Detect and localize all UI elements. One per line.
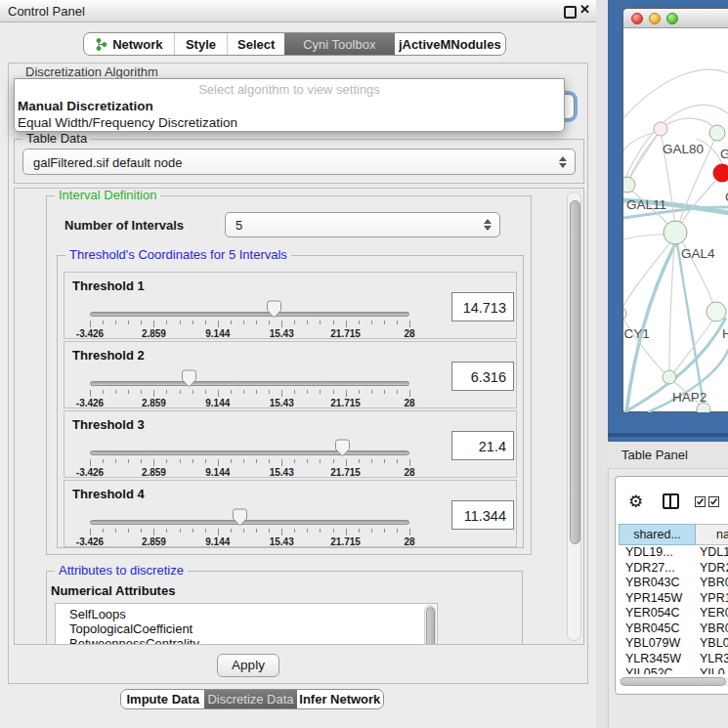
close-traffic-light-icon[interactable]: [631, 13, 643, 24]
table-row[interactable]: YER054CYER0: [619, 606, 728, 621]
slider-handle[interactable]: [335, 439, 350, 457]
slider-tick: [281, 529, 282, 535]
settings-scrollbar[interactable]: [567, 192, 581, 641]
horizontal-scrollbar[interactable]: [619, 677, 728, 686]
column-settings-icon[interactable]: [663, 493, 679, 509]
tab-infer-network[interactable]: Infer Network: [297, 690, 383, 708]
slider-tick-label: 15.43: [270, 467, 294, 478]
slider-tick: [359, 321, 360, 324]
close-icon[interactable]: ✕: [579, 2, 590, 17]
attribute-item[interactable]: SelfLoops: [56, 607, 437, 621]
slider-tick: [307, 390, 308, 394]
slider-handle[interactable]: [233, 508, 247, 527]
slider-track[interactable]: [90, 450, 409, 455]
slider-track[interactable]: [90, 381, 409, 386]
table-row[interactable]: YIL052CYIL0: [619, 666, 728, 674]
slider-tick: [294, 459, 295, 463]
slider-tick: [371, 529, 372, 533]
table-row[interactable]: YBR043CYBR0: [619, 576, 728, 591]
table-row[interactable]: YBL079WYBL0: [619, 636, 728, 652]
node-label: GAL4: [681, 246, 715, 261]
tab-style[interactable]: Style: [174, 33, 228, 55]
slider-tick: [90, 321, 91, 327]
tab-discretize-data[interactable]: Discretize Data: [204, 690, 296, 708]
slider-tick-label: 28: [404, 398, 414, 408]
threshold-value-field[interactable]: 14.713: [451, 292, 514, 321]
network-window-titlebar[interactable]: [623, 9, 728, 28]
table-panel-card: ⚙ shared... na YDL19...YDL1YDR27...YDR2Y…: [615, 476, 728, 695]
column-header-name[interactable]: na: [696, 524, 728, 545]
slider-tick: [333, 321, 334, 324]
table-row[interactable]: YDR27...YDR2: [619, 561, 728, 577]
slider-tick: [409, 529, 410, 535]
network-node[interactable]: [709, 125, 725, 141]
dropdown-option-manual[interactable]: Manual Discretization: [18, 99, 153, 113]
checkbox-icon[interactable]: [695, 496, 706, 507]
slider-tick: [307, 529, 308, 533]
column-header-shared[interactable]: shared...: [619, 524, 696, 545]
network-edge: [628, 134, 658, 181]
slider-tick: [384, 321, 385, 324]
scrollbar-thumb[interactable]: [621, 677, 726, 686]
network-node[interactable]: [623, 307, 626, 321]
float-window-icon[interactable]: [564, 6, 577, 19]
threshold-value-field[interactable]: 11.344: [451, 500, 514, 530]
slider-tick: [205, 529, 206, 533]
network-canvas[interactable]: GAL80GACGAL11GAL4GCY1HHAP2: [623, 28, 728, 412]
tab-network[interactable]: Network: [84, 33, 174, 55]
network-node[interactable]: [663, 370, 676, 384]
table-row[interactable]: YDL19...YDL1: [619, 545, 728, 561]
slider-handle[interactable]: [182, 369, 196, 388]
table-row[interactable]: YLR345WYLR3: [619, 652, 728, 667]
slider-tick: [103, 529, 104, 533]
tab-label: jActiveMNodules: [399, 37, 501, 52]
attributes-scrollbar[interactable]: [424, 605, 436, 645]
num-intervals-combobox[interactable]: 5: [225, 212, 500, 237]
network-node[interactable]: [623, 177, 635, 193]
network-node[interactable]: [713, 164, 728, 182]
network-node[interactable]: [654, 122, 667, 136]
checkbox-icon[interactable]: [708, 496, 719, 507]
node-label: GCY1: [623, 326, 650, 341]
thresholds-group: Threshold's Coordinates for 5 Intervals …: [57, 255, 524, 548]
threshold-label: Threshold 1: [72, 278, 145, 293]
attribute-item[interactable]: BetweennessCentrality: [56, 636, 437, 645]
slider-tick-label: 21.715: [330, 398, 361, 408]
tab-cyni-toolbox[interactable]: Cyni Toolbox: [284, 33, 394, 55]
table-row[interactable]: YPR145WYPR1: [619, 591, 728, 607]
tab-jactivemnodules[interactable]: jActiveMNodules: [395, 33, 505, 55]
gear-icon[interactable]: ⚙: [628, 492, 643, 511]
threshold-value-field[interactable]: 6.316: [451, 362, 514, 391]
table-row[interactable]: YBR045CYBR0: [619, 621, 728, 637]
zoom-traffic-light-icon[interactable]: [666, 13, 678, 24]
tab-select[interactable]: Select: [227, 33, 284, 55]
slider-tick-labels: -3.4262.8599.14415.4321.71528: [90, 536, 409, 547]
slider-tick: [307, 321, 308, 324]
slider-track[interactable]: [90, 520, 409, 525]
slider-tick-labels: -3.4262.8599.14415.4321.71528: [90, 398, 409, 408]
network-node[interactable]: [664, 221, 687, 244]
slider-tick: [359, 390, 360, 394]
scrollbar-thumb[interactable]: [426, 607, 435, 645]
slider-tick: [269, 321, 270, 324]
slider-tick: [205, 390, 206, 394]
slider-tick: [294, 321, 295, 324]
network-node[interactable]: [707, 302, 726, 321]
threshold-value-field[interactable]: 21.4: [451, 431, 514, 460]
slider-tick: [205, 459, 206, 463]
slider-tick-label: 2.859: [142, 328, 166, 339]
tab-impute-data[interactable]: Impute Data: [121, 690, 204, 708]
minimize-traffic-light-icon[interactable]: [649, 13, 661, 24]
slider-tick: [153, 529, 154, 535]
slider-tick: [153, 459, 154, 466]
table-data-combobox[interactable]: galFiltered.sif default node: [22, 149, 576, 175]
attribute-item[interactable]: TopologicalCoefficient: [56, 621, 437, 636]
dropdown-option-equal-width[interactable]: Equal Width/Frequency Discretization: [18, 115, 237, 130]
scrollbar-thumb[interactable]: [570, 200, 580, 544]
slider-tick: [409, 321, 410, 327]
slider-track[interactable]: [90, 312, 409, 317]
apply-button[interactable]: Apply: [217, 654, 279, 677]
node-label: HAP2: [672, 390, 707, 405]
slider-tick: [397, 459, 398, 463]
slider-handle[interactable]: [267, 300, 281, 319]
